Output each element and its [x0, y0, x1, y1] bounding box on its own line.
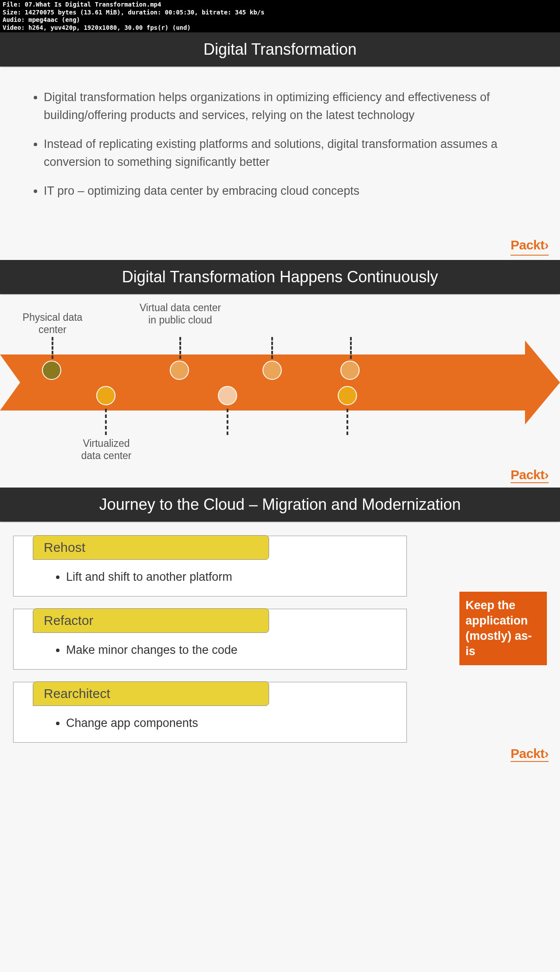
slide1-bullet: IT pro – optimizing data center by embra…	[44, 182, 529, 200]
slide1-body: Digital transformation helps organizatio…	[0, 67, 560, 260]
slide2-title: Digital Transformation Happens Continuou…	[122, 268, 438, 286]
slide1-bullet-list: Digital transformation helps organizatio…	[31, 88, 529, 200]
timeline-dot	[338, 386, 357, 405]
card-rehost: Rehost Lift and shift to another platfor…	[13, 536, 407, 597]
slide3-body: Rehost Lift and shift to another platfor…	[0, 523, 560, 764]
card-tab: Rearchitect	[33, 681, 269, 706]
timeline-dot	[42, 361, 61, 380]
card-rearchitect: Rearchitect Change app components	[13, 682, 407, 743]
metadata-file: File: 07.What Is Digital Transformation.…	[3, 1, 557, 9]
dash-line	[179, 337, 181, 359]
timeline-dot	[96, 386, 116, 405]
card-bullet: Change app components	[66, 716, 406, 730]
packt-logo: Packt›	[511, 746, 549, 762]
slide2-title-bar: Digital Transformation Happens Continuou…	[0, 260, 560, 294]
slide2-body: Physical data center Virtual data center…	[0, 295, 560, 488]
label-virtualized-dc: Virtualized data center	[74, 438, 139, 462]
metadata-audio: Audio: mpeg4aac (eng)	[3, 16, 557, 24]
card-tab: Refactor	[33, 608, 269, 633]
dash-line	[105, 409, 107, 435]
aside-note: Keep the application (mostly) as-is	[459, 592, 547, 665]
video-metadata-bar: File: 07.What Is Digital Transformation.…	[0, 0, 560, 32]
card-tab: Rehost	[33, 535, 269, 560]
dash-line	[52, 337, 53, 359]
dash-line	[346, 409, 348, 435]
slide3-title: Journey to the Cloud – Migration and Mod…	[99, 495, 461, 513]
card-bullet: Lift and shift to another platform	[66, 570, 406, 584]
slide1-bullet: Digital transformation helps organizatio…	[44, 88, 529, 124]
card-bullet: Make minor changes to the code	[66, 643, 406, 657]
label-physical-dc: Physical data center	[13, 312, 92, 336]
timeline-dot	[262, 361, 282, 380]
label-virtual-public: Virtual data center in public cloud	[136, 302, 224, 326]
packt-logo: Packt›	[511, 467, 549, 483]
dash-line	[271, 337, 273, 359]
card-refactor: Refactor Make minor changes to the code	[13, 609, 407, 670]
slide1-bullet: Instead of replicating existing platform…	[44, 135, 529, 171]
dash-line	[350, 337, 352, 359]
dash-line	[227, 409, 228, 435]
slide1-title-bar: Digital Transformation	[0, 32, 560, 67]
timeline-dot	[340, 361, 360, 380]
big-arrow-icon	[0, 354, 560, 411]
timeline-dot	[218, 386, 237, 405]
slide1-title: Digital Transformation	[203, 40, 357, 58]
timeline-dot	[170, 361, 189, 380]
packt-logo: Packt›	[511, 235, 549, 256]
timeline-arrow-diagram: Physical data center Virtual data center…	[0, 312, 560, 479]
slide3-title-bar: Journey to the Cloud – Migration and Mod…	[0, 488, 560, 522]
metadata-size: Size: 14270075 bytes (13.61 MiB), durati…	[3, 9, 557, 17]
metadata-video: Video: h264, yuv420p, 1920x1080, 30.00 f…	[3, 24, 557, 32]
